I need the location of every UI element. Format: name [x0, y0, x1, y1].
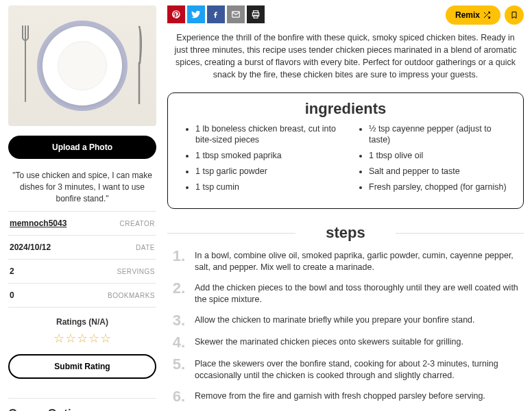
print-icon[interactable] [247, 5, 265, 23]
bookmark-button[interactable] [505, 5, 524, 25]
step-row: 4.Skewer the marinated chicken pieces on… [167, 335, 524, 350]
remix-button[interactable]: Remix [446, 5, 500, 25]
fork-icon [21, 25, 30, 107]
ingredient-item: 1 lb boneless chicken breast, cut into b… [195, 123, 337, 147]
ratings-label: Ratings (N/A) [8, 317, 156, 327]
meta-creator: memnoch5043 CREATOR [8, 211, 156, 235]
step-number: 2. [167, 281, 185, 296]
knife-icon [134, 25, 144, 107]
social-buttons [167, 5, 265, 23]
step-number: 5. [167, 357, 185, 372]
step-number: 4. [167, 335, 185, 350]
step-row: 6.Remove from the fire and garnish with … [167, 389, 524, 404]
ingredient-item: 1 tsp cumin [195, 182, 337, 193]
facebook-icon[interactable] [207, 5, 225, 23]
recipe-description: Experience the thrill of the bonfire wit… [170, 32, 521, 82]
action-buttons: Remix [446, 5, 524, 25]
shuffle-icon [483, 11, 491, 19]
owner-options: Owner Options Edit Recipe Delete Recipe [8, 398, 156, 411]
main-content: Remix Experience the thrill of the bonfi… [167, 5, 524, 411]
steps-heading: steps [167, 224, 524, 242]
steps-list: 1.In a bowl, combine olive oil, smoked p… [167, 249, 524, 404]
meta-servings: 2 SERVINGS [8, 259, 156, 283]
ingredient-item: 1 tbsp olive oil [369, 150, 511, 162]
step-text: Remove from the fire and garnish with fr… [195, 389, 485, 403]
step-row: 1.In a bowl, combine olive oil, smoked p… [167, 249, 524, 274]
step-row: 3.Allow the chicken to marinate briefly … [167, 313, 524, 328]
ratings-block: Ratings (N/A) ☆☆☆☆☆ Submit Rating [8, 307, 156, 386]
meta-bookmarks: 0 BOOKMARKS [8, 283, 156, 307]
step-text: Allow the chicken to marinate briefly wh… [195, 313, 475, 327]
step-row: 5.Place the skewers over the bonfire sta… [167, 357, 524, 382]
ingredient-item: Fresh parsley, chopped (for garnish) [369, 182, 511, 193]
ingredient-item: 1 tbsp smoked paprika [195, 150, 337, 162]
ingredient-item: 1 tsp garlic powder [195, 166, 337, 177]
step-number: 6. [167, 389, 185, 404]
step-text: In a bowl, combine olive oil, smoked pap… [195, 249, 524, 274]
creator-link[interactable]: memnoch5043 [10, 219, 66, 228]
step-text: Add the chicken pieces to the bowl and t… [195, 281, 524, 306]
steps-block: steps 1.In a bowl, combine olive oil, sm… [167, 224, 524, 404]
step-text: Place the skewers over the bonfire stand… [195, 357, 524, 382]
rating-stars[interactable]: ☆☆☆☆☆ [8, 331, 156, 346]
ingredients-heading: ingredients [180, 100, 511, 118]
step-text: Skewer the marinated chicken pieces onto… [195, 335, 463, 349]
upload-photo-button[interactable]: Upload a Photo [8, 136, 156, 159]
twitter-icon[interactable] [187, 5, 205, 23]
sidebar: Upload a Photo "To use chicken and spice… [8, 5, 156, 411]
ingredients-box: ingredients 1 lb boneless chicken breast… [167, 92, 524, 209]
owner-options-heading: Owner Options [8, 407, 156, 411]
submit-rating-button[interactable]: Submit Rating [8, 354, 156, 379]
recipe-quote: "To use chicken and spice, I can make di… [11, 170, 154, 204]
ingredient-item: ½ tsp cayenne pepper (adjust to taste) [369, 123, 511, 147]
bookmark-icon [510, 10, 518, 20]
step-row: 2.Add the chicken pieces to the bowl and… [167, 281, 524, 306]
ingredients-col-2: ½ tsp cayenne pepper (adjust to taste)1 … [354, 123, 511, 197]
topbar: Remix [167, 5, 524, 25]
step-number: 3. [167, 313, 185, 328]
meta-date: 2024/10/12 DATE [8, 235, 156, 259]
mail-icon[interactable] [227, 5, 245, 23]
recipe-photo-placeholder [8, 5, 156, 126]
ingredient-item: Salt and pepper to taste [369, 166, 511, 177]
pinterest-icon[interactable] [167, 5, 185, 23]
step-number: 1. [167, 249, 185, 264]
ingredients-col-1: 1 lb boneless chicken breast, cut into b… [180, 123, 337, 197]
